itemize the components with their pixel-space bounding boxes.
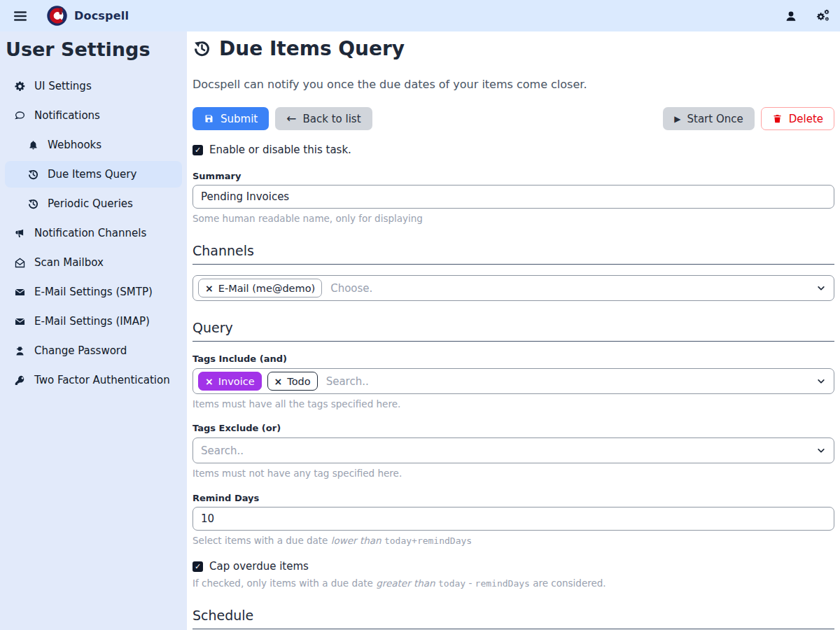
history-icon (27, 198, 39, 210)
cap-overdue-help: If checked, only items with a due date g… (192, 578, 834, 589)
chevron-down-icon[interactable] (816, 377, 826, 386)
trash-icon (772, 113, 783, 124)
menu-icon[interactable] (13, 8, 28, 24)
sidebar-item-label: Two Factor Authentication (34, 374, 170, 386)
tags-include-label: Tags Include (and) (192, 354, 834, 364)
sidebar-item-label: UI Settings (34, 80, 92, 92)
comment-icon (14, 110, 26, 122)
sidebar-item-notification-channels[interactable]: Notification Channels (5, 220, 182, 246)
tags-include-help: Items must have all the tags specified h… (192, 398, 834, 410)
help-text-code: today (438, 578, 465, 589)
channel-chip[interactable]: × E-Mail (me@demo) (198, 279, 322, 298)
channels-select[interactable]: × E-Mail (me@demo) Choose. (192, 275, 834, 301)
settings-cogs-icon[interactable] (816, 9, 830, 23)
tags-exclude-label: Tags Exclude (or) (192, 423, 834, 433)
help-text: - (468, 578, 472, 589)
tag-chip-label: Invoice (218, 376, 255, 387)
sidebar-item-label: Webhooks (48, 139, 102, 151)
sidebar-item-notifications[interactable]: Notifications (5, 102, 182, 129)
toolbar: Submit ← Back to list ▶ Start Once Delet… (192, 107, 834, 130)
remind-days-input[interactable] (192, 507, 834, 531)
sidebar-item-webhooks[interactable]: Webhooks (5, 132, 182, 158)
cap-overdue-checkbox[interactable] (192, 561, 203, 572)
channels-placeholder: Choose. (328, 282, 372, 295)
remind-days-help: Select items with a due date lower than … (192, 535, 834, 546)
settings-sidebar: User Settings UI Settings Notifications … (0, 31, 187, 630)
user-menu-icon[interactable] (784, 9, 798, 23)
sidebar-item-periodic-queries[interactable]: Periodic Queries (5, 190, 182, 217)
envelope-open-icon (14, 257, 26, 269)
brand[interactable]: Docspell (46, 5, 129, 27)
gear-icon (14, 80, 26, 92)
chevron-down-icon[interactable] (816, 284, 826, 293)
help-text-italic: lower than (331, 535, 382, 546)
start-once-label: Start Once (687, 113, 743, 125)
main-content: Due Items Query Docspell can notify you … (187, 31, 840, 630)
enable-task-row: Enable or disable this task. (192, 144, 834, 156)
help-text-code: remindDays (475, 578, 530, 589)
key-icon (14, 374, 26, 386)
tag-chip-todo[interactable]: × Todo (267, 372, 318, 391)
sidebar-item-scan-mailbox[interactable]: Scan Mailbox (5, 249, 182, 276)
page-title: Due Items Query (192, 37, 834, 60)
sidebar-item-label: Notification Channels (34, 227, 146, 239)
summary-input[interactable] (192, 185, 834, 209)
cap-overdue-row: Cap overdue items (192, 560, 834, 573)
bell-icon (27, 139, 39, 151)
docspell-logo-icon (46, 5, 68, 27)
save-icon (204, 113, 214, 124)
summary-label: Summary (192, 171, 834, 181)
sidebar-item-label: E-Mail Settings (SMTP) (34, 286, 153, 298)
tag-chip-invoice[interactable]: × Invoice (198, 372, 262, 391)
remove-chip-icon[interactable]: × (205, 283, 214, 294)
remove-chip-icon[interactable]: × (274, 376, 283, 387)
sidebar-item-label: Due Items Query (48, 168, 136, 181)
page-title-text: Due Items Query (219, 37, 405, 60)
summary-help: Some human readable name, only for displ… (192, 213, 834, 224)
help-text: are considered. (533, 578, 606, 589)
channels-section-header: Channels (192, 243, 834, 265)
sidebar-item-due-items-query[interactable]: Due Items Query (5, 161, 182, 188)
user-secret-icon (14, 345, 26, 357)
sidebar-item-label: Scan Mailbox (34, 256, 104, 269)
top-navbar: Docspell (0, 0, 840, 31)
sidebar-item-email-smtp[interactable]: E-Mail Settings (SMTP) (5, 279, 182, 305)
sidebar-item-two-factor[interactable]: Two Factor Authentication (5, 367, 182, 393)
sidebar-item-label: Periodic Queries (48, 197, 133, 210)
enable-task-checkbox[interactable] (192, 145, 203, 155)
submit-button[interactable]: Submit (192, 107, 269, 130)
remove-chip-icon[interactable]: × (205, 376, 214, 387)
help-text-code: today+remindDays (384, 536, 472, 546)
help-text: Select items with a due date (192, 535, 328, 546)
tags-exclude-select[interactable]: Search.. (192, 438, 834, 463)
tags-exclude-placeholder: Search.. (198, 444, 244, 457)
tags-exclude-help: Items must not have any tag specified he… (192, 468, 834, 479)
tag-chip-label: Todo (287, 376, 310, 387)
help-text-italic: greater than (376, 578, 435, 589)
delete-button[interactable]: Delete (761, 107, 834, 130)
enable-task-label: Enable or disable this task. (209, 144, 351, 156)
play-icon: ▶ (674, 115, 680, 123)
chevron-down-icon[interactable] (816, 446, 826, 456)
sidebar-item-change-password[interactable]: Change Password (5, 337, 182, 364)
sidebar-item-label: Change Password (34, 344, 127, 357)
back-label: Back to list (302, 113, 360, 125)
channel-chip-label: E-Mail (me@demo) (218, 283, 315, 294)
brand-name: Docspell (74, 9, 129, 22)
envelope-icon (14, 286, 26, 298)
schedule-section-header: Schedule (192, 608, 834, 629)
sidebar-item-email-imap[interactable]: E-Mail Settings (IMAP) (5, 308, 182, 335)
sidebar-title: User Settings (0, 36, 187, 70)
back-to-list-button[interactable]: ← Back to list (275, 107, 372, 130)
start-once-button[interactable]: ▶ Start Once (663, 107, 754, 130)
submit-label: Submit (220, 113, 258, 125)
history-icon (27, 169, 39, 181)
arrow-left-icon: ← (286, 113, 296, 125)
sidebar-item-ui-settings[interactable]: UI Settings (5, 73, 182, 99)
sidebar-item-label: Notifications (34, 109, 100, 122)
cap-overdue-label: Cap overdue items (209, 560, 309, 573)
help-text: If checked, only items with a due date (192, 578, 373, 589)
tags-include-select[interactable]: × Invoice × Todo Search.. (192, 368, 834, 394)
history-icon (192, 39, 211, 58)
page-subtitle: Docspell can notify you once the due dat… (192, 78, 834, 91)
